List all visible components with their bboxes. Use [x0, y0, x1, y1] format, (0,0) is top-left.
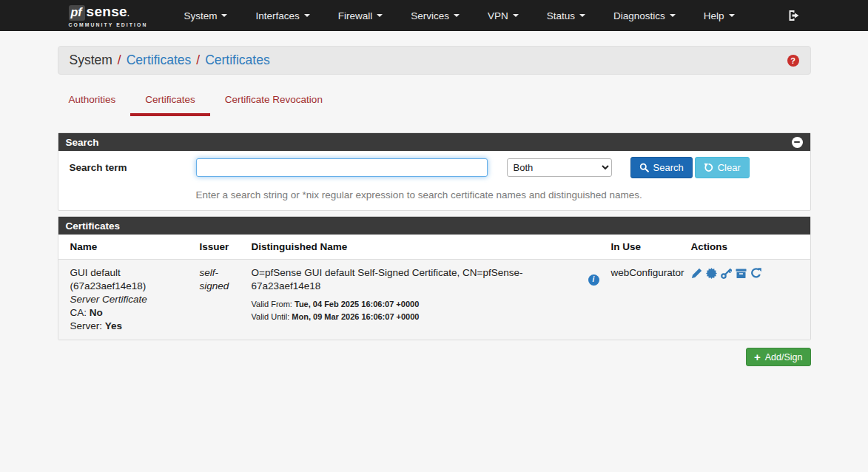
certificates-table: Name Issuer Distinguished Name In Use Ac…: [58, 235, 810, 340]
column-header-dn: Distinguished Name: [246, 235, 605, 260]
cert-name: GUI default (67a23aef14e18): [70, 266, 188, 293]
renew-certificate-icon[interactable]: [750, 268, 761, 279]
search-button-label: Search: [653, 162, 684, 173]
cert-actions-cell: [685, 260, 810, 340]
pfsense-logo-sense: sense: [87, 4, 127, 20]
column-header-actions: Actions: [685, 235, 810, 260]
search-button[interactable]: Search: [630, 157, 693, 178]
breadcrumb-link-certificates-page[interactable]: Certificates: [205, 53, 270, 68]
undo-icon: [704, 163, 713, 172]
cert-name-cell: GUI default (67a23aef14e18) Server Certi…: [58, 260, 194, 340]
valid-until-label: Valid Until:: [252, 312, 290, 321]
search-icon: [639, 163, 649, 172]
search-panel: Search Search term Both Search Clear Ent…: [58, 132, 811, 211]
clear-button-label: Clear: [718, 162, 741, 173]
add-sign-button-label: Add/Sign: [765, 352, 803, 363]
valid-from-label: Valid From:: [252, 300, 292, 309]
tab-authorities[interactable]: Authorities: [58, 94, 131, 116]
menu-system-label: System: [184, 10, 217, 21]
chevron-down-icon: [454, 14, 460, 17]
column-header-name: Name: [58, 235, 194, 260]
pfsense-logo-pf: pf: [69, 5, 85, 21]
export-key-icon[interactable]: [721, 268, 732, 279]
edit-certificate-icon[interactable]: [691, 268, 702, 279]
tab-certificate-revocation[interactable]: Certificate Revocation: [210, 94, 337, 116]
cert-dn-cell: O=pfSense GUI default Self-Signed Certif…: [246, 260, 605, 340]
chevron-down-icon: [579, 14, 585, 17]
certificates-panel-heading: Certificates: [58, 217, 810, 235]
add-sign-button[interactable]: + Add/Sign: [746, 348, 811, 366]
server-value: Yes: [105, 320, 122, 331]
plus-icon: +: [754, 351, 761, 363]
tab-bar: Authorities Certificates Certificate Rev…: [58, 94, 811, 116]
sign-out-icon[interactable]: [787, 10, 800, 21]
menu-vpn[interactable]: VPN: [474, 10, 533, 21]
pfsense-logo-subtitle: COMMUNITY EDITION: [69, 22, 148, 27]
certificate-row: GUI default (67a23aef14e18) Server Certi…: [58, 260, 810, 340]
ca-value: No: [90, 307, 103, 318]
menu-status[interactable]: Status: [533, 10, 599, 21]
search-panel-title: Search: [66, 137, 99, 148]
cert-valid-until: Valid Until: Mon, 09 Mar 2026 16:06:07 +…: [252, 311, 599, 323]
chevron-down-icon: [513, 14, 519, 17]
search-term-label: Search term: [70, 162, 196, 173]
menu-system[interactable]: System: [169, 10, 241, 21]
menu-status-label: Status: [547, 10, 575, 21]
menu-vpn-label: VPN: [488, 10, 508, 21]
cert-in-use-cell: webConfigurator: [605, 260, 685, 340]
pfsense-logo[interactable]: pfsense. COMMUNITY EDITION: [69, 4, 148, 27]
breadcrumb-link-certificates[interactable]: Certificates: [127, 53, 192, 68]
cert-ca-flag: CA: No: [70, 306, 188, 320]
menu-firewall[interactable]: Firewall: [324, 10, 397, 21]
breadcrumb-separator: /: [196, 53, 200, 68]
search-scope-select[interactable]: Both: [507, 158, 612, 177]
cert-issuer-cell: self-signed: [194, 260, 246, 340]
ca-label: CA:: [70, 307, 87, 318]
menu-help-label: Help: [704, 10, 724, 21]
cert-type: Server Certificate: [70, 293, 188, 306]
clear-button[interactable]: Clear: [695, 157, 750, 178]
menu-help[interactable]: Help: [690, 10, 749, 21]
search-panel-heading: Search: [58, 133, 810, 151]
server-label: Server:: [70, 320, 103, 331]
menu-services[interactable]: Services: [397, 10, 474, 21]
column-header-issuer: Issuer: [194, 235, 246, 260]
breadcrumb-separator: /: [118, 53, 121, 68]
menu-firewall-label: Firewall: [338, 10, 373, 21]
top-navbar: pfsense. COMMUNITY EDITION System Interf…: [0, 0, 868, 31]
menu-diagnostics-label: Diagnostics: [613, 10, 665, 21]
chevron-down-icon: [670, 14, 676, 17]
help-icon[interactable]: ?: [787, 55, 799, 67]
chevron-down-icon: [304, 14, 310, 17]
export-certificate-icon[interactable]: [706, 268, 717, 279]
breadcrumb: System / Certificates / Certificates ?: [58, 46, 811, 75]
menu-interfaces-label: Interfaces: [255, 10, 299, 21]
export-p12-icon[interactable]: [736, 268, 747, 279]
menu-interfaces[interactable]: Interfaces: [241, 10, 323, 21]
breadcrumb-section: System: [70, 53, 112, 68]
main-menu: System Interfaces Firewall Services VPN …: [169, 10, 748, 21]
column-header-in-use: In Use: [605, 235, 685, 260]
search-term-input[interactable]: [196, 158, 488, 177]
collapse-panel-icon[interactable]: [792, 137, 803, 148]
cert-valid-from: Valid From: Tue, 04 Feb 2025 16:06:07 +0…: [252, 298, 599, 311]
cert-server-flag: Server: Yes: [70, 320, 188, 333]
valid-from-value: Tue, 04 Feb 2025 16:06:07 +0000: [295, 300, 419, 309]
certificates-panel-title: Certificates: [66, 220, 121, 232]
pfsense-logo-dot: .: [127, 10, 129, 18]
chevron-down-icon: [729, 14, 735, 17]
search-help-text: Enter a search string or *nix regular ex…: [196, 189, 799, 200]
chevron-down-icon: [221, 14, 227, 17]
tab-certificates[interactable]: Certificates: [130, 94, 210, 116]
info-icon[interactable]: i: [588, 274, 599, 286]
menu-services-label: Services: [411, 10, 449, 21]
certificates-panel: Certificates Name Issuer Distinguished N…: [58, 216, 811, 340]
menu-diagnostics[interactable]: Diagnostics: [599, 10, 690, 21]
cert-dn-text: O=pfSense GUI default Self-Signed Certif…: [252, 266, 578, 293]
valid-until-value: Mon, 09 Mar 2026 16:06:07 +0000: [292, 312, 419, 321]
chevron-down-icon: [377, 14, 383, 17]
